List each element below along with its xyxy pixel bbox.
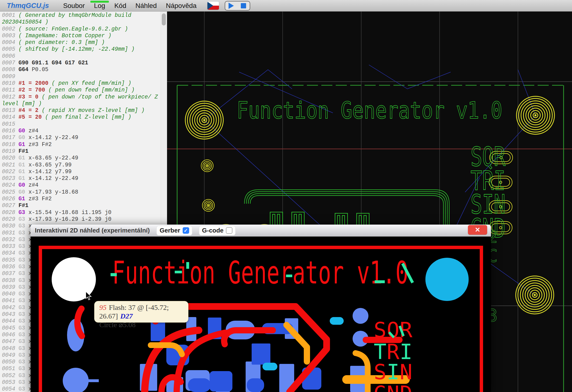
preview-modal-titlebar[interactable]: Interaktivní 2D náhled (experimentální) … xyxy=(31,225,491,237)
svg-text:SQR: SQR xyxy=(374,317,413,342)
code-line: 0001 ( Generated by thmqGbrModule build … xyxy=(2,12,159,26)
code-line: 0005 ( shifted by [-14.12mm; -22.49mm] ) xyxy=(2,46,159,53)
code-line: 0028 G3 x-15.54 y-18.68 i1.195 j0 xyxy=(2,209,159,216)
tooltip-line2: Circle ⌀5.08 xyxy=(99,320,183,329)
stop-icon[interactable] xyxy=(241,3,246,8)
menu-item-soubor[interactable]: Soubor xyxy=(59,0,89,12)
code-line: 0025 G0 x-17.93 y-18.68 xyxy=(2,189,159,196)
code-line: 0004 ( pen diameter: 0.3 [mm] ) xyxy=(2,39,159,46)
preview-signal-labels: SQRTRISINGND xyxy=(374,317,413,392)
tooltip-line1: 95Flash: 37 @ [-45.72; 26.67]D27 xyxy=(99,303,183,320)
gcode-toggle-label: G-code xyxy=(202,227,224,234)
code-line: 0017 G0 x-14.12 y-22.49 xyxy=(2,134,159,141)
mount-hole-cyan[interactable] xyxy=(425,258,469,301)
app-brand[interactable]: ThmqGCU.js xyxy=(7,2,49,10)
code-line: 0026 G1 z#3 F#2 xyxy=(2,196,159,202)
code-line: 0010 #1 = 2000 ( pen XY feed [mm/min] ) xyxy=(2,80,159,87)
tooltip-text: Flash: 37 @ [-45.72; 26.67] xyxy=(99,303,169,320)
board-title-silkscreen: Function Generator v1.0 xyxy=(237,97,502,124)
menu-item-log[interactable]: Log xyxy=(89,0,110,12)
code-line: 0002 ( source: FnGen.Eagle-9.6.2.gbr ) xyxy=(2,26,159,32)
menubar: ThmqGCU.js Soubor Log Kód Náhled Nápověd… xyxy=(0,0,572,12)
code-line: 0011 #2 = 700 ( pen down feed [mm/min] ) xyxy=(2,87,159,93)
flash-tooltip: 95Flash: 37 @ [-45.72; 26.67]D27 Circle … xyxy=(94,301,189,323)
code-line: 0021 G1 x-63.65 y7.99 xyxy=(2,162,159,168)
preview-modal-title: Interaktivní 2D náhled (experimentální) xyxy=(35,227,150,234)
menu-item-napoveda[interactable]: Nápověda xyxy=(161,0,201,12)
tooltip-dcode: D27 xyxy=(120,312,133,320)
code-line: 0015 xyxy=(2,121,159,128)
app-window: { "menubar": { "brand": "ThmqGCU.js", "i… xyxy=(0,0,572,392)
preview-title-text: Function Generator v1.0 xyxy=(112,254,408,291)
gerber-checkbox[interactable]: ✓ xyxy=(183,227,189,234)
code-line: 0024 G0 z#4 xyxy=(2,182,159,189)
code-line: 0008 G64 P0.05 xyxy=(2,66,159,73)
code-line: 0013 #4 = 2 ( rapid XY moves Z-level [mm… xyxy=(2,107,159,114)
gcode-toggle[interactable]: G-code xyxy=(199,226,236,235)
code-line: 0014 #5 = 20 ( pen final Z-level [mm] ) xyxy=(2,114,159,121)
scrollbar-thumb[interactable] xyxy=(162,14,166,26)
svg-text:GND: GND xyxy=(374,381,413,392)
svg-text:SIN: SIN xyxy=(374,360,413,384)
run-controls xyxy=(225,1,250,11)
code-line: 0009 xyxy=(2,73,159,80)
mouse-cursor-icon xyxy=(85,291,92,302)
code-line: 0029 G3 x-17.93 y-16.29 i-2.39 j0 xyxy=(2,216,159,223)
play-icon[interactable] xyxy=(229,3,234,9)
code-line: 0012 #3 = 0 ( pen down /top of the workp… xyxy=(2,94,159,107)
gcode-checkbox[interactable] xyxy=(226,227,232,234)
code-line: 0018 G1 z#3 F#2 xyxy=(2,141,159,148)
menu-item-nahled[interactable]: Náhled xyxy=(131,0,161,12)
tooltip-ref: 95 xyxy=(99,303,107,311)
code-line: 0003 ( ImageName: Bottom Copper ) xyxy=(2,32,159,39)
code-line: 0019 F#1 xyxy=(2,148,159,155)
code-line: 0022 G1 x-14.12 y7.99 xyxy=(2,168,159,175)
code-line: 0016 G0 z#4 xyxy=(2,128,159,134)
code-line: 0023 G1 x-14.12 y-22.49 xyxy=(2,175,159,182)
gerber-toggle-label: Gerber xyxy=(159,227,180,234)
code-line: 0007 G90 G91.1 G94 G17 G21 xyxy=(2,60,159,66)
code-line: 0020 G1 x-63.65 y-22.49 xyxy=(2,155,159,161)
code-line: 0006 xyxy=(2,53,159,60)
close-icon[interactable]: ✕ xyxy=(468,225,487,235)
czech-flag-icon[interactable] xyxy=(207,2,219,10)
code-line: 0027 F#1 xyxy=(2,202,159,209)
menu-item-kod[interactable]: Kód xyxy=(110,0,131,12)
gerber-toggle[interactable]: Gerber ✓ xyxy=(157,226,192,235)
